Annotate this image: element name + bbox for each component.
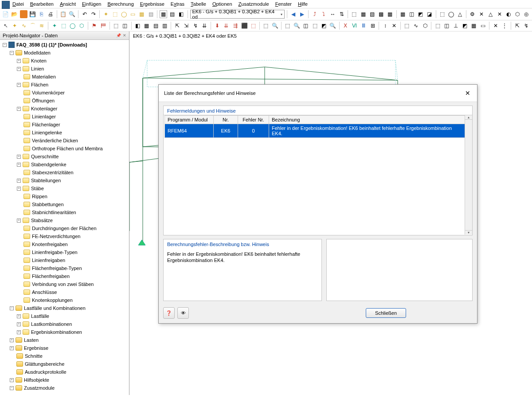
expand-icon[interactable]: + (17, 67, 21, 71)
tool-icon[interactable]: ⋮ (501, 22, 508, 30)
collapse-icon[interactable]: − (10, 306, 14, 310)
menu-ansicht[interactable]: Ansicht (60, 1, 76, 7)
tool-icon[interactable]: ∿ (20, 22, 27, 30)
col-bezeichnung[interactable]: Bezeichnung (269, 116, 465, 124)
tool-icon[interactable]: △ (456, 10, 464, 18)
tool-icon[interactable]: ▧ (368, 10, 376, 18)
tool-icon[interactable]: ◧ (177, 10, 185, 18)
tool-icon[interactable]: ✕ (492, 22, 499, 30)
tool-icon[interactable]: ↕ (381, 22, 389, 30)
tool-icon[interactable]: ▦ (470, 22, 477, 30)
tool-icon[interactable]: ⬚ (262, 22, 270, 30)
eye-icon[interactable]: 👁 (177, 307, 189, 319)
tree-item[interactable]: +Querschnitte (0, 153, 129, 160)
tree-item[interactable]: +Lastkombinationen (0, 320, 129, 328)
error-table[interactable]: Programm / Modul Nr. Fehler Nr. Bezeichn… (164, 115, 465, 138)
undo-icon[interactable] (81, 10, 88, 18)
tool-icon[interactable]: ▦ (143, 22, 150, 30)
tool-icon[interactable]: △ (487, 10, 494, 18)
tool-icon[interactable]: ◯ (447, 10, 455, 18)
menu-tabelle[interactable]: Tabelle (191, 1, 206, 7)
close-panel-icon[interactable]: ✕ (123, 33, 126, 38)
tool-icon[interactable]: ▦ (399, 10, 407, 18)
tree-item[interactable]: Orthotrope Flächen und Membra (0, 145, 129, 153)
tool-icon[interactable]: Ⅲ (360, 22, 367, 30)
tool-icon[interactable]: ⬡ (78, 22, 85, 30)
tree-item[interactable]: FE-Netzverdichtungen (0, 232, 129, 240)
tool-icon[interactable]: ▦ (360, 10, 367, 18)
tool-icon[interactable]: ↯ (192, 22, 199, 30)
tree-item[interactable]: Anschlüsse (0, 288, 129, 296)
tree-item[interactable]: Öffnungen (0, 97, 129, 105)
redo-icon[interactable] (90, 10, 97, 18)
tool-icon[interactable]: ▤ (147, 10, 155, 18)
tool-icon[interactable]: ⇱ (513, 22, 521, 30)
expand-icon[interactable]: + (10, 378, 14, 382)
tool-icon[interactable]: ◐ (505, 10, 512, 18)
tree-item[interactable]: Linienfreigaben (0, 256, 129, 264)
tool-icon[interactable]: ↯ (522, 22, 530, 30)
col-program[interactable]: Programm / Modul (165, 116, 214, 124)
tree-item[interactable]: Materialien (0, 73, 129, 81)
tool-icon[interactable]: ▭ (479, 22, 487, 30)
tool-icon[interactable]: ◩ (417, 10, 424, 18)
tool-icon[interactable]: ↖ (2, 22, 9, 30)
tool-icon[interactable]: ⇱ (173, 22, 181, 30)
tree-item[interactable]: Stabbettungen (0, 200, 129, 208)
menu-optionen[interactable]: Optionen (212, 1, 232, 7)
tool-icon[interactable]: ⇊ (201, 22, 208, 30)
tool-icon[interactable]: ⬚ (350, 10, 358, 18)
expand-icon[interactable]: + (17, 163, 21, 167)
expand-icon[interactable]: + (17, 179, 21, 183)
menu-datei[interactable]: Datei (12, 1, 24, 7)
menu-bearbeiten[interactable]: Bearbeiten (30, 1, 54, 7)
tool-icon[interactable]: ⬛ (240, 22, 248, 30)
tool-icon[interactable]: 🔍 (293, 22, 300, 30)
tree-item[interactable]: −FAQ_3598 (1) (1)* [Downloads] (0, 41, 129, 49)
tool-icon[interactable]: ⬚ (250, 22, 257, 30)
close-button[interactable]: Schließen (366, 308, 406, 318)
expand-icon[interactable]: + (17, 322, 21, 326)
tree-item[interactable]: Stabnichtlinearitäten (0, 208, 129, 216)
tool-icon[interactable]: 🔍 (271, 22, 279, 30)
tree-item[interactable]: +Stabteilungen (0, 176, 129, 184)
block-icon[interactable] (20, 10, 27, 18)
tree-item[interactable]: Rippen (0, 192, 129, 200)
tree-item[interactable]: Glättungsbereiche (0, 360, 129, 368)
tree-item[interactable]: −Lastfälle und Kombinationen (0, 304, 129, 312)
tree-item[interactable]: +Lasten (0, 336, 129, 344)
col-nr[interactable]: Nr. (214, 116, 238, 124)
save-icon[interactable] (29, 10, 36, 18)
expand-icon[interactable]: + (17, 107, 21, 111)
tool-icon[interactable]: ⇲ (183, 22, 190, 30)
tool-icon[interactable]: ⬡ (421, 22, 429, 30)
tree-item[interactable]: Knotenkopplungen (0, 296, 129, 304)
expand-icon[interactable]: + (10, 338, 14, 342)
tool-icon[interactable]: ✦ (102, 10, 110, 18)
tree-item[interactable]: Knotenfreigaben (0, 240, 129, 248)
tool-icon[interactable]: ▤ (168, 10, 176, 18)
tree-item[interactable]: Liniengelenke (0, 129, 129, 137)
collapse-icon[interactable]: − (3, 43, 7, 47)
tree-item[interactable]: +Lastfälle (0, 312, 129, 320)
tool-icon[interactable]: ⇶ (231, 22, 239, 30)
tool-icon[interactable]: ✕ (477, 10, 485, 18)
next-icon[interactable] (298, 10, 306, 18)
expand-icon[interactable]: + (17, 314, 21, 318)
tree-item[interactable]: Flächenlager (0, 121, 129, 129)
menu-berechnung[interactable]: Berechnung (107, 1, 133, 7)
result-icon[interactable]: ⤴ (311, 10, 318, 18)
tool-icon[interactable]: ▭ (129, 10, 137, 18)
menu-hilfe[interactable]: Hilfe (298, 1, 308, 7)
prev-icon[interactable] (289, 10, 297, 18)
tool-icon[interactable]: 🔍 (68, 10, 76, 18)
tool-icon[interactable]: ⬚ (434, 22, 441, 30)
tool-icon[interactable]: ◩ (461, 22, 469, 30)
tool-icon[interactable]: ⚙ (469, 10, 476, 18)
tool-icon[interactable]: ◫ (408, 10, 415, 18)
menu-zusatzmodule[interactable]: Zusatzmodule (239, 1, 269, 7)
scrollbar[interactable] (465, 115, 472, 235)
table-toggle-icon[interactable]: ▦ (160, 10, 167, 18)
collapse-icon[interactable]: − (10, 51, 14, 55)
expand-icon[interactable]: + (17, 83, 21, 87)
